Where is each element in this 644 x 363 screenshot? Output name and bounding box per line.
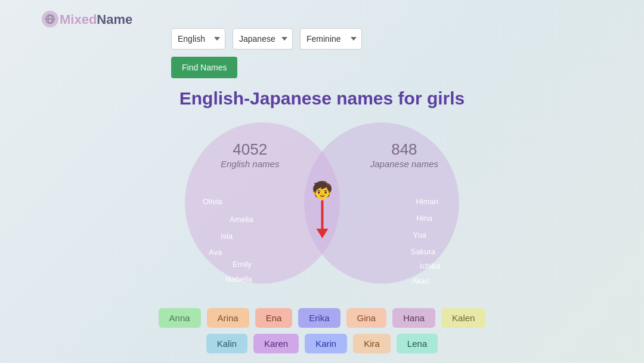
language1-select[interactable]: English French Spanish bbox=[171, 28, 225, 50]
name-chip-karin[interactable]: Karin bbox=[305, 334, 347, 353]
page-title: English-Japanese names for girls bbox=[179, 88, 465, 109]
name-chip-kira[interactable]: Kira bbox=[353, 334, 391, 353]
name-akari: Akari bbox=[411, 276, 429, 285]
logo-icon bbox=[42, 11, 58, 27]
name-ava: Ava bbox=[209, 248, 222, 257]
name-ichika: Ichika bbox=[420, 262, 440, 270]
name-sakura: Sakura bbox=[411, 247, 435, 256]
venn-diagram: 4052 English names 848 Japanese names Ol… bbox=[173, 122, 471, 296]
name-chip-anna[interactable]: Anna bbox=[159, 308, 201, 328]
name-olivia: Olivia bbox=[203, 197, 222, 206]
venn-left-count: 4052 bbox=[221, 140, 279, 159]
name-amelia: Amelia bbox=[230, 215, 253, 224]
baby-emoji: 🧒 bbox=[312, 182, 333, 199]
venn-right-stats: 848 Japanese names bbox=[370, 140, 438, 169]
name-hina: Hina bbox=[416, 214, 432, 223]
language2-select[interactable]: Japanese Chinese Korean bbox=[233, 28, 293, 50]
app-logo: MixedName bbox=[60, 12, 132, 27]
name-chip-erika[interactable]: Erika bbox=[298, 308, 340, 328]
find-row: Find Names bbox=[171, 57, 237, 78]
name-chip-hana[interactable]: Hana bbox=[392, 308, 435, 328]
name-chip-arina[interactable]: Arina bbox=[207, 308, 249, 328]
name-isla: Isla bbox=[221, 232, 233, 241]
down-arrow bbox=[316, 200, 328, 238]
venn-left-label: English names bbox=[221, 159, 279, 169]
logo-mixed: Mixed bbox=[60, 12, 97, 27]
logo-name: Name bbox=[97, 12, 132, 27]
venn-right-count: 848 bbox=[370, 140, 438, 159]
filter-controls: English French Spanish Japanese Chinese … bbox=[171, 28, 362, 50]
name-chip-gina[interactable]: Gina bbox=[346, 308, 387, 328]
name-emily: Emily bbox=[233, 260, 252, 269]
name-chips-grid: AnnaArinaEnaErikaGinaHanaKalenKalinKaren… bbox=[155, 308, 489, 353]
name-chip-kalin[interactable]: Kalin bbox=[206, 334, 247, 353]
intersection-indicator: 🧒 bbox=[312, 182, 333, 238]
name-chip-lena[interactable]: Lena bbox=[397, 334, 438, 353]
name-chip-kalen[interactable]: Kalen bbox=[441, 308, 485, 328]
name-himari: Himari bbox=[416, 197, 438, 206]
gender-select[interactable]: Feminine Masculine Both bbox=[300, 28, 362, 50]
name-isabella: Isabella bbox=[225, 275, 252, 284]
find-names-button[interactable]: Find Names bbox=[171, 57, 237, 78]
name-chip-ena[interactable]: Ena bbox=[255, 308, 293, 328]
venn-left-stats: 4052 English names bbox=[221, 140, 279, 169]
name-yua: Yua bbox=[413, 230, 426, 239]
name-chip-karen[interactable]: Karen bbox=[253, 334, 299, 353]
venn-right-label: Japanese names bbox=[370, 159, 438, 169]
